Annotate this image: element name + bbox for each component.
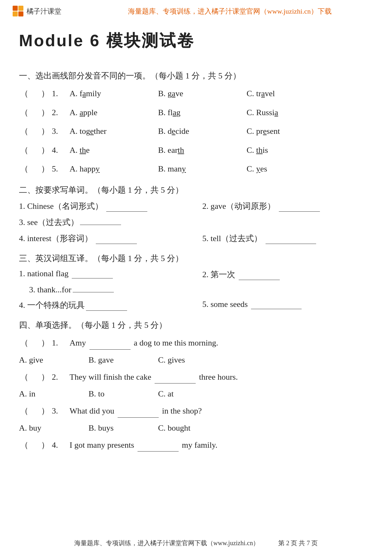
- page-header: 橘子汁课堂 海量题库、专项训练，进入橘子汁课堂官网（www.juzizhi.cn…: [0, 0, 392, 20]
- option-a: A. apple: [70, 106, 158, 119]
- choice-a: A. buy: [19, 423, 76, 433]
- q-num: 4.: [51, 144, 70, 157]
- q-num: 3.: [51, 404, 70, 418]
- footer-page: 第 2 页 共 7 页: [278, 539, 318, 547]
- answer-blank: [86, 310, 127, 311]
- svg-rect-3: [18, 11, 23, 16]
- choice-c: C. at: [158, 389, 215, 399]
- answer-blank: [73, 292, 114, 292]
- option-c: C. present: [247, 125, 335, 138]
- paren-right: ）: [41, 87, 51, 100]
- svg-rect-1: [18, 6, 23, 11]
- paren-right: ）: [41, 144, 51, 157]
- table-row: （ ） 1. A. family B. gave C. travel: [19, 87, 373, 100]
- paren-right: ）: [41, 371, 51, 384]
- option-a: A. the: [70, 144, 158, 157]
- choice-row: A. in B. to C. at: [19, 389, 373, 399]
- section2-title: 二、按要求写单词。（每小题 1 分，共 5 分）: [19, 184, 373, 196]
- table-row: （ ） 3. A. together B. decide C. present: [19, 125, 373, 138]
- write-col-left: 1. Chinese（名词形式）: [19, 201, 190, 212]
- answer-blank: [28, 439, 41, 452]
- write-col-right: 2. 第一次: [202, 269, 373, 280]
- write-col-right: 5. tell（过去式）: [202, 233, 373, 244]
- answer-blank: [106, 211, 147, 212]
- paren-right: ）: [41, 106, 51, 119]
- table-row: （ ） 2. They will finish the cake three h…: [19, 371, 373, 384]
- choice-a: A. in: [19, 389, 76, 399]
- section1-title: 一、选出画线部分发音不同的一项。（每小题 1 分，共 5 分）: [19, 70, 373, 81]
- paren-left: （: [19, 404, 28, 418]
- answer-blank: [28, 87, 41, 100]
- answer-blank: [279, 211, 320, 212]
- content-area: 一、选出画线部分发音不同的一项。（每小题 1 分，共 5 分） （ ） 1. A…: [0, 55, 392, 483]
- write-row: 3. see（过去式）: [19, 217, 373, 228]
- choice-b: B. to: [89, 389, 145, 399]
- paren-left: （: [19, 125, 28, 138]
- table-row: （ ） 4. I got many presents my family.: [19, 439, 373, 452]
- option-b: B. gave: [158, 87, 247, 100]
- write-label: 5. some seeds: [202, 300, 248, 309]
- q-num: 1.: [51, 336, 70, 350]
- write-label: 3. see（过去式）: [19, 217, 79, 228]
- paren-right: ）: [41, 336, 51, 350]
- choice-b: B. gave: [89, 355, 145, 365]
- paren-left: （: [19, 336, 28, 350]
- q-num: 1.: [51, 87, 70, 100]
- choice-c: C. bought: [158, 423, 215, 433]
- option-c: C. Russia: [247, 106, 335, 119]
- header-tagline: 海量题库、专项训练，进入橘子汁课堂官网（www.juzizhi.cn）下载: [80, 7, 379, 16]
- option-c: C. travel: [247, 87, 335, 100]
- write-label: 2. gave（动词原形）: [202, 202, 275, 211]
- section4-title: 四、单项选择。（每小题 1 分，共 5 分）: [19, 320, 373, 331]
- write-label: 3. thank...for: [29, 285, 71, 295]
- paren-right: ）: [41, 125, 51, 138]
- choice-b: B. buys: [89, 423, 145, 433]
- write-row: 1. Chinese（名词形式） 2. gave（动词原形）: [19, 201, 373, 212]
- question-text: What did you in the shop?: [70, 404, 202, 418]
- write-row: 4. 一个特殊的玩具 5. some seeds: [19, 300, 373, 311]
- paren-right: ）: [41, 162, 51, 176]
- write-row: 3. thank...for: [19, 285, 373, 295]
- svg-rect-0: [13, 6, 18, 11]
- logo-icon: [13, 6, 24, 17]
- question-text: They will finish the cake three hours.: [70, 371, 238, 384]
- inline-blank: [118, 417, 159, 418]
- paren-left: （: [19, 439, 28, 452]
- table-row: （ ） 4. A. the B. earth C. this: [19, 144, 373, 157]
- q-num: 4.: [51, 439, 70, 452]
- option-a: A. happy: [70, 162, 158, 176]
- option-c: C. this: [247, 144, 335, 157]
- answer-blank: [266, 244, 316, 244]
- section3-title: 三、英汉词组互译。（每小题 1 分，共 5 分）: [19, 253, 373, 264]
- q-num: 2.: [51, 371, 70, 384]
- answer-blank: [28, 106, 41, 119]
- write-col-left: 1. national flag: [19, 269, 190, 280]
- paren-right: ）: [41, 439, 51, 452]
- option-b: B. decide: [158, 125, 247, 138]
- answer-blank: [251, 309, 302, 309]
- paren-left: （: [19, 144, 28, 157]
- question-text: Amy a dog to me this morning.: [70, 336, 218, 350]
- write-label: 5. tell（过去式）: [202, 234, 262, 243]
- paren-left: （: [19, 106, 28, 119]
- write-row: 4. interest（形容词） 5. tell（过去式）: [19, 233, 373, 244]
- write-label: 4. 一个特殊的玩具: [19, 301, 85, 310]
- answer-blank: [28, 371, 41, 384]
- q-num: 3.: [51, 125, 70, 138]
- write-col-left: 4. interest（形容词）: [19, 233, 190, 244]
- write-col-right: 5. some seeds: [202, 300, 373, 311]
- logo-text: 橘子汁课堂: [27, 7, 61, 16]
- question-text: I got many presents my family.: [70, 439, 217, 452]
- answer-blank: [80, 225, 121, 225]
- paren-left: （: [19, 162, 28, 176]
- answer-blank: [96, 244, 137, 244]
- answer-blank: [239, 280, 280, 280]
- write-col-right: 2. gave（动词原形）: [202, 201, 373, 212]
- choice-c: C. gives: [158, 355, 215, 365]
- table-row: （ ） 5. A. happy B. many C. yes: [19, 162, 373, 176]
- option-b: B. earth: [158, 144, 247, 157]
- write-row: 1. national flag 2. 第一次: [19, 269, 373, 280]
- choice-row: A. give B. gave C. gives: [19, 355, 373, 365]
- option-a: A. together: [70, 125, 158, 138]
- answer-blank: [28, 144, 41, 157]
